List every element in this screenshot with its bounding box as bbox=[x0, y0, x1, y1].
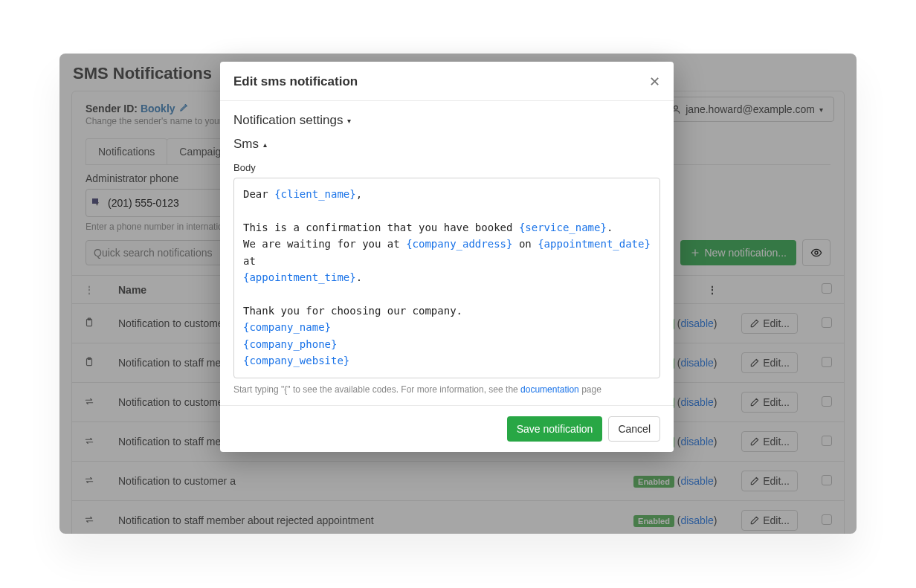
chevron-up-icon: ▴ bbox=[263, 140, 267, 149]
body-editor[interactable]: Dear {client_name}, This is a confirmati… bbox=[233, 178, 660, 378]
body-label: Body bbox=[233, 162, 660, 173]
chevron-down-icon: ▾ bbox=[347, 117, 351, 125]
close-icon[interactable]: ✕ bbox=[649, 74, 660, 90]
edit-notification-modal: Edit sms notification ✕ Notification set… bbox=[220, 62, 674, 452]
modal-title: Edit sms notification bbox=[233, 74, 649, 89]
save-button[interactable]: Save notification bbox=[507, 416, 603, 442]
cancel-button[interactable]: Cancel bbox=[608, 416, 660, 442]
modal-footer: Save notification Cancel bbox=[220, 405, 674, 452]
documentation-link[interactable]: documentation bbox=[520, 384, 579, 395]
body-hint: Start typing "{" to see the available co… bbox=[233, 384, 660, 395]
section-sms[interactable]: Sms ▴ bbox=[233, 132, 660, 156]
modal-header: Edit sms notification ✕ bbox=[220, 62, 674, 101]
section-notification-settings[interactable]: Notification settings ▾ bbox=[233, 109, 660, 132]
